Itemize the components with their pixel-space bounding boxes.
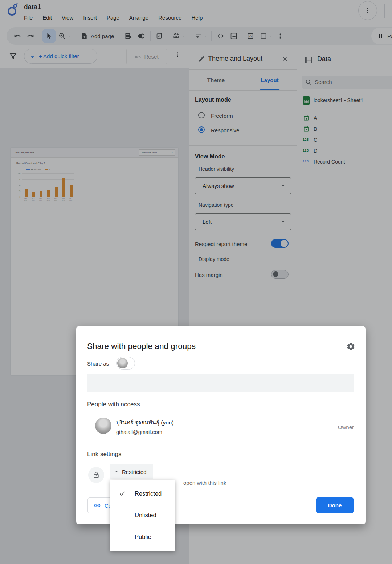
option-unlisted[interactable]: Unlisted [110,506,175,524]
link-access-dropdown-menu: Restricted Unlisted Public [110,480,175,551]
gear-icon [346,342,355,351]
option-public[interactable]: Public [110,528,175,545]
dropdown-caret-icon [114,469,119,474]
share-as-account-selector[interactable] [116,357,135,370]
people-with-access-label: People with access [87,401,140,408]
owner-role: Owner [338,424,354,430]
owner-name: บุรินทร์ รุจจนพันธุ์ (you) [116,418,174,427]
avatar [117,358,128,368]
check-icon [119,490,126,497]
dialog-divider [87,444,355,444]
share-dialog-title: Share with people and groups [87,342,196,351]
link-settings-label: Link settings [87,451,122,458]
done-label: Done [328,502,342,508]
owner-email: gthaiall@gmail.com [116,429,162,435]
link-access-badge [88,467,104,483]
link-access-dropdown-trigger[interactable]: Restricted [110,464,153,479]
owner-avatar [95,418,111,434]
share-as-label: Share as [87,360,109,367]
done-button[interactable]: Done [316,497,354,513]
link-access-value: Restricted [122,469,147,475]
option-restricted[interactable]: Restricted [110,485,175,502]
link-access-helper-text: open with this link [183,480,226,486]
option-label: Restricted [135,490,162,497]
option-label: Unlisted [135,512,156,519]
add-people-input[interactable] [87,374,354,392]
option-label: Public [135,533,151,540]
share-settings-button[interactable] [346,342,355,351]
lock-icon [93,471,100,479]
link-icon [94,502,101,509]
